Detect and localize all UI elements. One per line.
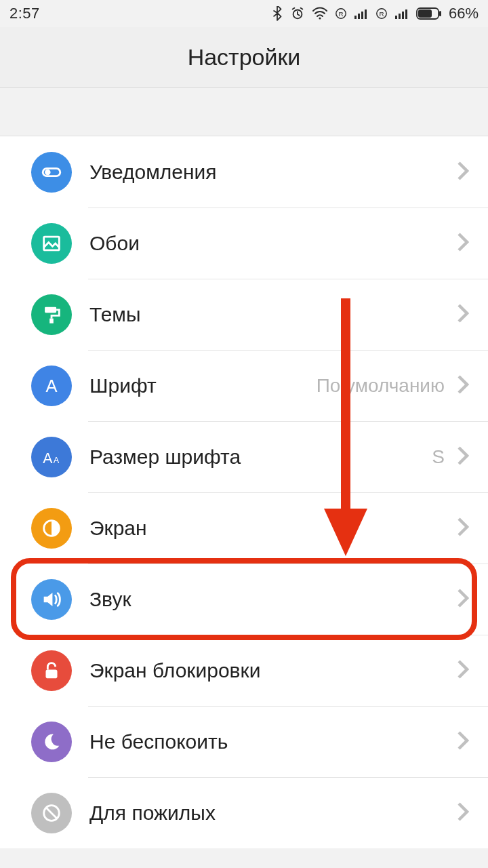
chevron-right-icon — [457, 446, 469, 469]
chevron-right-icon — [457, 232, 469, 255]
settings-item-display[interactable]: Экран — [0, 492, 488, 564]
chevron-right-icon — [457, 303, 469, 326]
settings-item-value: S — [432, 446, 445, 468]
font-icon: A — [31, 366, 72, 406]
svg-rect-5 — [358, 14, 360, 19]
svg-rect-12 — [402, 12, 404, 19]
chevron-right-icon — [457, 517, 469, 540]
settings-item-label: Размер шрифта — [89, 446, 432, 469]
settings-item-label: Экран блокировки — [89, 659, 457, 682]
lock-icon — [31, 650, 72, 691]
signal-icon — [354, 7, 369, 20]
font-size-icon: AA — [31, 437, 72, 477]
contrast-icon — [31, 508, 72, 549]
settings-item-value: По умолчанию — [317, 375, 445, 397]
alarm-icon — [290, 6, 305, 21]
svg-rect-7 — [365, 9, 367, 19]
svg-line-28 — [46, 807, 58, 818]
svg-rect-4 — [354, 16, 357, 19]
svg-point-18 — [45, 169, 51, 175]
svg-rect-15 — [418, 9, 432, 18]
speaker-icon — [31, 579, 72, 620]
registered-icon: R — [375, 7, 388, 20]
settings-item-label: Уведомления — [89, 161, 457, 184]
status-time: 2:57 — [9, 5, 40, 22]
svg-rect-16 — [439, 11, 441, 16]
svg-text:R: R — [379, 10, 384, 18]
moon-icon — [31, 722, 72, 762]
svg-rect-26 — [46, 669, 58, 678]
chevron-right-icon — [457, 730, 469, 753]
paint-roller-icon — [31, 294, 72, 335]
page-header: Настройки — [0, 27, 488, 88]
settings-item-notifications[interactable]: Уведомления — [0, 136, 488, 208]
settings-item-elderly[interactable]: Для пожилых — [0, 777, 488, 848]
settings-item-label: Звук — [89, 588, 457, 611]
svg-text:R: R — [338, 10, 343, 18]
settings-item-label: Шрифт — [89, 374, 317, 397]
registered-icon: R — [335, 7, 347, 20]
chevron-right-icon — [457, 374, 469, 397]
signal-icon — [394, 7, 409, 20]
svg-rect-11 — [399, 14, 401, 19]
settings-item-label: Экран — [89, 517, 457, 540]
status-icons: R R 66% — [271, 5, 479, 22]
image-icon — [31, 223, 72, 264]
settings-item-wallpaper[interactable]: Обои — [0, 208, 488, 279]
settings-list: Уведомления Обои Темы A Шрифт По умолчан… — [0, 136, 488, 848]
svg-rect-10 — [395, 16, 397, 19]
settings-item-font-size[interactable]: AA Размер шрифта S — [0, 421, 488, 492]
settings-item-label: Не беспокоить — [89, 730, 457, 753]
chevron-right-icon — [457, 802, 469, 825]
settings-item-lockscreen[interactable]: Экран блокировки — [0, 635, 488, 706]
bluetooth-icon — [271, 6, 283, 21]
top-spacer — [0, 88, 488, 136]
svg-text:A: A — [43, 450, 53, 466]
toggle-icon — [31, 152, 72, 193]
chevron-right-icon — [457, 588, 469, 611]
svg-rect-13 — [405, 9, 407, 19]
battery-icon — [416, 7, 442, 20]
svg-rect-19 — [44, 237, 60, 250]
page-title: Настройки — [188, 44, 301, 71]
settings-item-label: Темы — [89, 303, 457, 326]
svg-rect-6 — [361, 12, 363, 19]
settings-item-dnd[interactable]: Не беспокоить — [0, 706, 488, 777]
chevron-right-icon — [457, 161, 469, 184]
svg-point-1 — [319, 17, 321, 19]
settings-item-themes[interactable]: Темы — [0, 279, 488, 350]
settings-item-sound[interactable]: Звук — [0, 564, 488, 635]
settings-item-label: Обои — [89, 232, 457, 255]
status-bar: 2:57 R R 66% — [0, 0, 488, 27]
do-not-disturb-icon — [31, 793, 72, 833]
svg-rect-21 — [49, 318, 54, 323]
wifi-icon — [312, 7, 328, 20]
svg-text:A: A — [45, 376, 57, 395]
svg-rect-20 — [45, 307, 56, 313]
svg-text:A: A — [54, 454, 60, 465]
battery-percent: 66% — [449, 5, 479, 22]
chevron-right-icon — [457, 659, 469, 682]
settings-item-font[interactable]: A Шрифт По умолчанию — [0, 350, 488, 421]
settings-item-label: Для пожилых — [89, 802, 457, 825]
